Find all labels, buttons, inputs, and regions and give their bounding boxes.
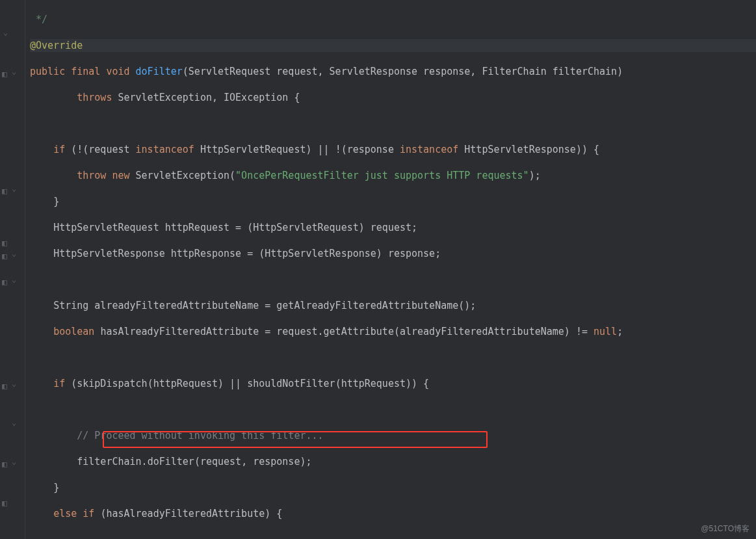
code-line — [30, 117, 756, 130]
code-line — [30, 351, 756, 364]
code-line — [30, 273, 756, 286]
bookmark-icon[interactable]: ◧ — [2, 458, 11, 467]
code-line: throw new ServletException("OncePerReque… — [30, 169, 756, 182]
fold-icon[interactable]: ⌄ — [12, 458, 20, 466]
bookmark-icon[interactable]: ◧ — [2, 250, 11, 259]
fold-icon[interactable]: ⌄ — [12, 68, 20, 75]
code-line: if (skipDispatch(httpRequest) || shouldN… — [30, 377, 756, 390]
fold-icon[interactable]: ⌄ — [3, 29, 11, 36]
code-line: HttpServletRequest httpRequest = (HttpSe… — [30, 221, 756, 234]
fold-icon[interactable]: ⌄ — [12, 185, 20, 192]
code-line: } — [30, 481, 756, 494]
fold-icon[interactable]: ⌄ — [12, 250, 20, 257]
bookmark-icon[interactable]: ◧ — [2, 276, 11, 285]
fold-icon[interactable]: ⌄ — [12, 276, 20, 283]
code-line: String alreadyFilteredAttributeName = ge… — [30, 299, 756, 312]
fold-icon[interactable]: ⌄ — [12, 380, 20, 388]
editor-code-area[interactable]: */ @Override public final void doFilter(… — [25, 0, 756, 539]
code-line: public final void doFilter(ServletReques… — [30, 65, 756, 78]
code-line — [30, 403, 756, 416]
code-line — [30, 533, 756, 539]
code-line: boolean hasAlreadyFilteredAttribute = re… — [30, 325, 756, 338]
fold-icon[interactable]: ⌄ — [12, 419, 20, 427]
code-line: HttpServletResponse httpResponse = (Http… — [30, 247, 756, 260]
watermark-text: @51CTO博客 — [701, 522, 749, 535]
code-line: } — [30, 195, 756, 208]
bookmark-icon[interactable]: ◧ — [2, 237, 11, 246]
bookmark-icon[interactable]: ◧ — [2, 185, 11, 194]
code-line: if (!(request instanceof HttpServletRequ… — [30, 143, 756, 156]
editor-gutter: ⌄ ◧ ⌄ ◧ ⌄ ◧ ◧ ⌄ ◧ ⌄ ◧ ⌄ ⌄ ◧ ⌄ ◧ — [0, 0, 25, 539]
bookmark-icon[interactable]: ◧ — [2, 380, 11, 389]
code-line: // Proceed without invoking this filter.… — [30, 429, 756, 442]
code-line: */ — [30, 13, 756, 26]
bookmark-icon[interactable]: ◧ — [2, 68, 11, 77]
code-line: @Override — [30, 39, 756, 52]
bookmark-icon[interactable]: ◧ — [2, 497, 11, 506]
code-line: else if (hasAlreadyFilteredAttribute) { — [30, 507, 756, 520]
code-line: filterChain.doFilter(request, response); — [30, 455, 756, 468]
code-line: throws ServletException, IOException { — [30, 91, 756, 104]
